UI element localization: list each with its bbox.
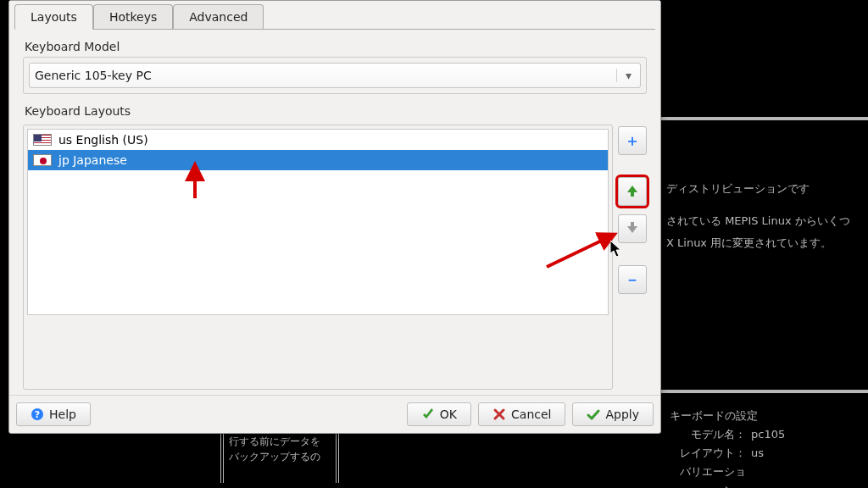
cancel-button[interactable]: Cancel	[478, 402, 565, 426]
keyboard-model-combo[interactable]: Generic 105-key PC ▾	[29, 63, 641, 88]
add-layout-button[interactable]: ＋	[618, 126, 647, 155]
layout-item-label: jp Japanese	[58, 153, 127, 167]
cancel-icon	[492, 408, 506, 421]
keyboard-layouts-area: us English (US) jp Japanese ＋	[23, 125, 647, 390]
bg-info-row: バリエーション：	[670, 463, 785, 488]
button-label: Apply	[605, 408, 639, 421]
bg-rule	[661, 390, 868, 393]
tab-label: Hotkeys	[109, 10, 157, 24]
tab-label: Layouts	[31, 10, 77, 24]
keyboard-model-label: Keyboard Model	[25, 40, 647, 53]
tab-bar: Layouts Hotkeys Advanced	[9, 1, 660, 29]
ok-icon	[421, 408, 435, 421]
button-label: Help	[49, 408, 76, 421]
bg-text-line: X Linux 用に変更されています。	[666, 232, 850, 254]
layout-item-jp[interactable]: jp Japanese	[28, 150, 608, 170]
button-label: Cancel	[511, 408, 551, 421]
keyboard-model-value: Generic 105-key PC	[35, 69, 616, 82]
move-down-button[interactable]	[618, 214, 647, 243]
svg-text:?: ?	[35, 409, 40, 420]
minus-icon: －	[625, 269, 640, 290]
layout-list[interactable]: us English (US) jp Japanese	[27, 129, 609, 315]
move-up-button[interactable]	[618, 177, 647, 206]
layout-item-label: us English (US)	[58, 133, 148, 147]
help-icon: ?	[31, 408, 44, 421]
tab-page-layouts: Keyboard Model Generic 105-key PC ▾ Keyb…	[14, 29, 655, 395]
tab-label: Advanced	[189, 10, 248, 24]
button-label: OK	[440, 408, 457, 421]
layout-item-us[interactable]: us English (US)	[28, 130, 608, 150]
keyboard-layouts-label: Keyboard Layouts	[25, 104, 647, 118]
plus-icon: ＋	[625, 130, 640, 151]
background-panel-text: ディストリビューションです されている MEPIS Linux からいくつ X …	[666, 178, 850, 254]
keyboard-settings-dialog: Layouts Hotkeys Advanced Keyboard Model …	[8, 0, 661, 434]
flag-icon-us	[33, 134, 52, 146]
tab-hotkeys[interactable]: Hotkeys	[93, 4, 173, 29]
bg-text-line: ディストリビューションです	[666, 178, 850, 200]
background-bottom-box: 行する前にデータを バックアップするの	[220, 432, 339, 483]
arrow-down-icon	[626, 220, 639, 238]
flag-icon-jp	[33, 154, 52, 166]
bg-text-line: されている MEPIS Linux からいくつ	[666, 210, 850, 232]
keyboard-model-frame: Generic 105-key PC ▾	[23, 57, 647, 94]
tab-layouts[interactable]: Layouts	[14, 4, 93, 30]
layout-side-buttons: ＋ －	[618, 125, 647, 390]
apply-icon	[587, 408, 600, 421]
layout-list-frame: us English (US) jp Japanese	[23, 125, 613, 390]
spacer	[97, 402, 400, 426]
arrow-up-icon	[626, 183, 639, 201]
ok-button[interactable]: OK	[407, 402, 471, 426]
help-button[interactable]: ? Help	[16, 402, 91, 426]
bg-rule	[661, 117, 868, 120]
bg-info-title: キーボードの設定	[670, 407, 785, 425]
apply-button[interactable]: Apply	[572, 402, 654, 426]
bg-info-row: レイアウト：us	[670, 444, 785, 463]
bg-info-row: モデル名：pc105	[670, 425, 785, 444]
tab-advanced[interactable]: Advanced	[173, 4, 264, 29]
background-keyboard-info: キーボードの設定 モデル名：pc105 レイアウト：us バリエーション：	[670, 407, 785, 488]
dialog-button-bar: ? Help OK Cancel Apply	[9, 395, 660, 433]
chevron-down-icon: ▾	[616, 69, 635, 82]
remove-layout-button[interactable]: －	[618, 265, 647, 294]
